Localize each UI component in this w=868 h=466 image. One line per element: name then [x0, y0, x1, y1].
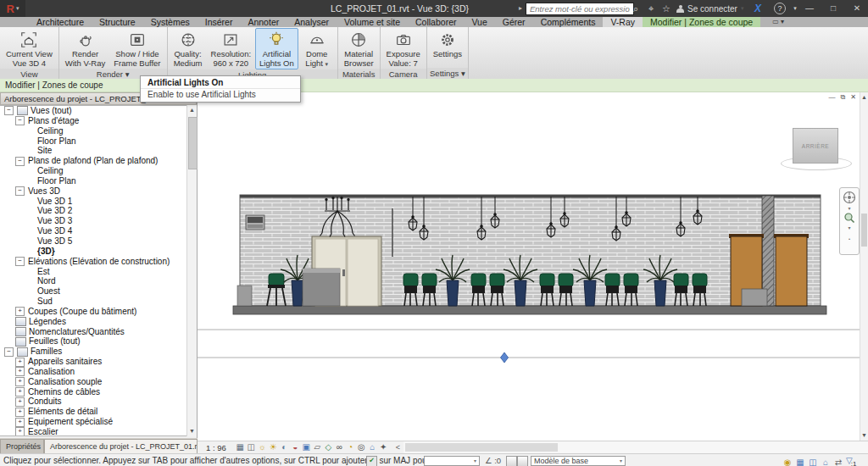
sign-in-button[interactable]: Se connecter ▾: [676, 0, 743, 17]
tree-item-feuilles-tout[interactable]: Feuilles (tout): [0, 336, 187, 347]
tree-item-equipement-sp-cialis[interactable]: +Equipement spécialisé: [0, 417, 187, 427]
tab-g-rer[interactable]: Gérer: [495, 17, 533, 27]
favorites-star-icon[interactable]: ☆: [659, 3, 673, 14]
level-marker[interactable]: [501, 352, 509, 363]
tab-v-ray[interactable]: V-Ray: [603, 17, 643, 27]
viewcube[interactable]: ARRIÈRE: [793, 128, 838, 164]
scrollbar-thumb[interactable]: [861, 214, 867, 247]
locked-view-icon[interactable]: ◇: [323, 441, 334, 453]
scale-button[interactable]: 1 : 96: [206, 443, 226, 452]
scroll-left-icon[interactable]: <: [396, 443, 400, 452]
collapse-icon[interactable]: −: [15, 157, 25, 166]
gray-inactive-toggle-icon[interactable]: [517, 456, 528, 466]
tab-compl-ments[interactable]: Compléments: [533, 17, 604, 27]
expand-icon[interactable]: +: [15, 377, 25, 386]
exposure-value-7-button[interactable]: ExposureValue: 7: [382, 28, 425, 69]
tree-item-coupes-coupe-du-b-timent[interactable]: +Coupes (Coupe du bâtiment): [0, 307, 187, 317]
detail-level-icon[interactable]: ▦: [235, 441, 246, 453]
current-view-vue-3d-4-button[interactable]: Current ViewVue 3D 4: [2, 28, 57, 69]
sun-path-icon[interactable]: ☼: [257, 441, 268, 453]
tab-structure[interactable]: Structure: [92, 17, 143, 27]
expand-icon[interactable]: +: [15, 408, 25, 417]
tree-item-vue-3d-4[interactable]: Vue 3D 4: [0, 226, 187, 236]
horizontal-scrollbar[interactable]: [403, 441, 868, 453]
tree-item-vue-3d-3[interactable]: Vue 3D 3: [0, 216, 187, 226]
expand-icon[interactable]: +: [15, 418, 25, 427]
tab-volume-et-site[interactable]: Volume et site: [337, 17, 408, 27]
tab-annoter[interactable]: Annoter: [240, 17, 287, 27]
tree-item-ceiling[interactable]: Ceiling: [0, 166, 187, 176]
tree-item-plans-de-plafond-plan-de-plafond[interactable]: −Plans de plafond (Plan de plafond): [0, 156, 187, 166]
tab-collaborer[interactable]: Collaborer: [408, 17, 464, 27]
cabinet[interactable]: [237, 286, 252, 306]
main-model-icon[interactable]: ⌂: [821, 457, 831, 466]
collapse-icon[interactable]: −: [15, 116, 25, 125]
ribbon-display-toggle[interactable]: ▭ ▾: [772, 17, 784, 27]
reveal-hidden-elements-icon[interactable]: ◔: [345, 441, 356, 453]
rendering-dialog-icon[interactable]: ◒: [290, 441, 301, 453]
elevation-drawing[interactable]: [198, 92, 868, 441]
design-option-select[interactable]: Modèle de base▾: [531, 456, 626, 466]
maximize-button[interactable]: □: [822, 0, 844, 17]
filter-icon[interactable]: ▽:1: [846, 455, 856, 466]
tree-item-ouest[interactable]: Ouest: [0, 286, 187, 297]
visual-style-icon[interactable]: ◫: [246, 441, 257, 453]
tree-item-canalisation[interactable]: +Canalisation: [0, 367, 187, 377]
panel-tab-arborescence-du-projet-lc-projet-01-rvt[interactable]: Arborescence du projet - LC_PROJET_01.rv…: [44, 439, 198, 453]
search-expand-arrow-icon[interactable]: ▸: [519, 4, 522, 12]
tree-item-l-gendes[interactable]: Légendes: [0, 317, 187, 327]
tree-item-familles[interactable]: −Familles: [0, 347, 187, 357]
tree-item-vue-3d-5[interactable]: Vue 3D 5: [0, 236, 187, 247]
tab-architecture[interactable]: Architecture: [29, 17, 92, 27]
exclusions-icon[interactable]: ⇄: [833, 457, 843, 466]
material-browser-button[interactable]: MaterialBrowser: [340, 28, 378, 69]
tree-item-vue-3d-2[interactable]: Vue 3D 2: [0, 206, 187, 216]
scroll-down-icon[interactable]: ▼: [860, 430, 868, 441]
view-close-icon[interactable]: ✕: [850, 93, 856, 102]
wall-panel-box[interactable]: [246, 215, 264, 230]
communication-center-icon[interactable]: ⌖: [644, 3, 658, 14]
tree-item-escalier[interactable]: +Escalier: [0, 427, 187, 436]
scrollbar-thumb[interactable]: [188, 117, 198, 169]
tree-item-plans-d-tage[interactable]: −Plans d'étage: [0, 116, 187, 126]
show-crop-region-icon[interactable]: ▱: [312, 441, 323, 453]
tree-item-chemins-de-c-bles[interactable]: +Chemins de câbles: [0, 387, 187, 397]
editable-only-icon[interactable]: ◉: [782, 457, 793, 466]
artificial-lights-on-button[interactable]: ArtificialLights On: [255, 28, 298, 69]
tree-item-3d[interactable]: {3D}: [0, 247, 187, 257]
tree-item-appareils-sanitaires[interactable]: +Appareils sanitaires: [0, 357, 187, 367]
tree-item-el-vations-el-vation-de-construction[interactable]: −Elévations (Elévation de construction): [0, 257, 187, 267]
panel-tab-propri-t-s[interactable]: Propriétés: [0, 439, 44, 453]
expand-icon[interactable]: +: [15, 307, 25, 316]
floor-slab[interactable]: [233, 306, 826, 314]
tab-analyser[interactable]: Analyser: [287, 17, 337, 27]
search-icon[interactable]: ⌕: [629, 3, 643, 14]
temporary-hide-isolate-icon[interactable]: ∞: [334, 441, 345, 453]
app-menu-button[interactable]: R▾: [0, 0, 25, 17]
tree-item-conduits[interactable]: +Conduits: [0, 397, 187, 407]
collapse-icon[interactable]: −: [15, 257, 25, 266]
render-with-v-ray-button[interactable]: RenderWith V-Ray: [61, 28, 110, 69]
workset-select[interactable]: ▾: [424, 456, 480, 466]
wheel-dropdown-icon[interactable]: ▾: [848, 205, 850, 211]
tree-item-vues-3d[interactable]: −Vues 3D: [0, 186, 187, 197]
sun-settings-icon[interactable]: ◐: [279, 441, 290, 453]
tab-vue[interactable]: Vue: [464, 17, 494, 27]
tab-modifier-zones-de-coupe[interactable]: Modifier | Zones de coupe: [643, 17, 760, 27]
tree-item-nomenclatures-quantit-s[interactable]: Nomenclatures/Quantités: [0, 327, 187, 337]
settings-button[interactable]: Settings: [429, 28, 466, 68]
tab-syst-mes[interactable]: Systèmes: [143, 17, 198, 27]
tree-item-est[interactable]: Est: [0, 267, 187, 277]
tree-item-site[interactable]: Site: [0, 146, 187, 156]
vertical-scrollbar[interactable]: ▲ ▼: [860, 92, 868, 441]
ribbon-panel-label-settings[interactable]: Settings ▾: [427, 68, 468, 79]
collapse-icon[interactable]: −: [15, 186, 25, 196]
show-hide-frame-buffer-button[interactable]: Show / HideFrame Buffer: [109, 28, 164, 69]
help-icon[interactable]: ?: [773, 3, 787, 14]
close-button[interactable]: ✕: [846, 0, 868, 17]
view-minimize-icon[interactable]: —: [829, 93, 836, 102]
tab-ins-rer[interactable]: Insérer: [198, 17, 241, 27]
tree-item-floor-plan[interactable]: Floor Plan: [0, 176, 187, 186]
tree-item-el-ments-de-d-tail[interactable]: +Eléments de détail: [0, 407, 187, 417]
collapse-icon[interactable]: −: [4, 347, 14, 357]
